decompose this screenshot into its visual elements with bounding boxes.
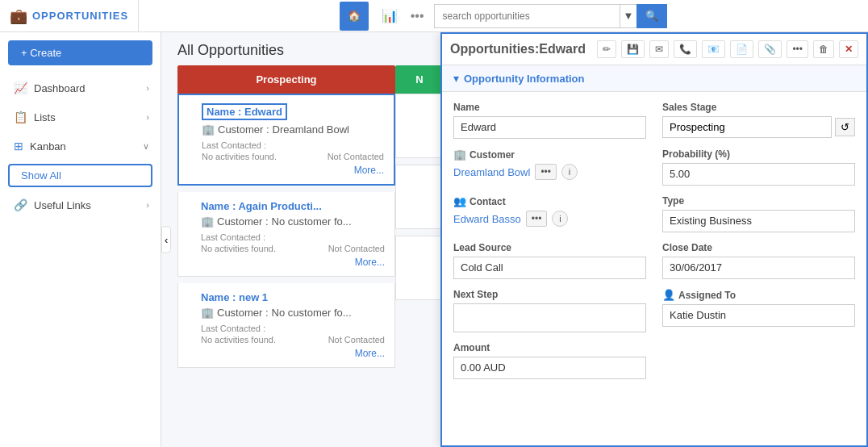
sidebar-item-dashboard[interactable]: 📈 Dashboard › bbox=[0, 73, 161, 102]
kanban-card-again[interactable]: Name : Again Producti... 🏢 Customer : No… bbox=[177, 192, 395, 277]
more-link[interactable]: More... bbox=[189, 165, 384, 176]
next-step-value[interactable] bbox=[453, 303, 646, 332]
field-next-step: Next Step bbox=[453, 289, 646, 332]
amount-label: Amount bbox=[453, 342, 646, 353]
field-type: Type Existing Business bbox=[662, 195, 855, 232]
sales-stage-refresh-button[interactable]: ↺ bbox=[835, 118, 855, 136]
field-close-date: Close Date 30/06/2017 bbox=[662, 242, 855, 279]
sidebar-item-lists[interactable]: 📋 Lists › bbox=[0, 102, 161, 132]
app-title: OPPORTUNITIES bbox=[32, 10, 128, 22]
chevron-right-icon: › bbox=[146, 200, 149, 210]
customer-dots-button[interactable]: ••• bbox=[535, 164, 557, 180]
card-name: Name : Edward bbox=[189, 103, 384, 120]
type-value[interactable]: Existing Business bbox=[662, 210, 855, 232]
lead-source-label: Lead Source bbox=[453, 242, 646, 253]
building-icon: 🏢 bbox=[202, 123, 215, 136]
delete-button[interactable]: 🗑 bbox=[813, 40, 834, 58]
panel-title: Opportunities:Edward bbox=[450, 42, 592, 56]
activity-text: No activities found. bbox=[201, 244, 276, 253]
sales-stage-value[interactable]: Prospecting bbox=[662, 116, 832, 138]
more-actions-button[interactable]: ••• bbox=[787, 40, 808, 58]
create-button[interactable]: + Create bbox=[8, 40, 152, 65]
nav-center: 🏠 📊 ••• ▼ 🔍 bbox=[139, 2, 868, 31]
customer-value: Dreamland Bowl bbox=[273, 123, 349, 136]
home-button[interactable]: 🏠 bbox=[340, 2, 369, 31]
column-header-2: N bbox=[395, 65, 444, 94]
search-button[interactable]: 🔍 bbox=[636, 4, 667, 28]
contact-dots-button[interactable]: ••• bbox=[526, 211, 548, 227]
search-dropdown[interactable]: ▼ bbox=[620, 4, 637, 28]
kanban-card-edward[interactable]: Name : Edward 🏢 Customer : Dreamland Bow… bbox=[177, 94, 395, 186]
probability-value[interactable]: 5.00 bbox=[662, 163, 855, 186]
probability-label: Probability (%) bbox=[662, 148, 855, 160]
compose-button[interactable]: ✉ bbox=[649, 40, 669, 58]
kanban-icon: ⊞ bbox=[14, 140, 23, 152]
card-status: No activities found. Not Contacted bbox=[189, 152, 384, 161]
assigned-to-icon: 👤 bbox=[662, 289, 675, 301]
customer-value: No customer fo... bbox=[272, 307, 352, 319]
last-contacted-label: Last Contacted : bbox=[188, 232, 385, 242]
contact-label: Contact bbox=[469, 196, 506, 207]
link-icon: 🔗 bbox=[14, 198, 27, 211]
sidebar-item-useful-links[interactable]: 🔗 Useful Links › bbox=[0, 190, 161, 219]
close-button[interactable]: ✕ bbox=[839, 40, 858, 58]
card-customer: 🏢 Customer : Dreamland Bowl bbox=[189, 123, 384, 136]
save-button[interactable]: 💾 bbox=[621, 40, 645, 58]
status-text: Not Contacted bbox=[328, 152, 384, 161]
edit-button[interactable]: ✏ bbox=[597, 40, 616, 58]
sidebar-item-kanban[interactable]: ⊞ Kanban ∨ bbox=[0, 132, 161, 161]
contact-link[interactable]: Edward Basso bbox=[453, 213, 521, 225]
assigned-to-label-row: 👤 Assigned To bbox=[662, 289, 855, 301]
field-amount: Amount 0.00 AUD bbox=[453, 342, 646, 379]
status-text: Not Contacted bbox=[328, 244, 385, 253]
opportunity-fields: Name Edward Sales Stage Prospecting ↺ 🏢 … bbox=[442, 92, 866, 389]
email-button[interactable]: 📧 bbox=[702, 40, 725, 58]
type-label: Type bbox=[662, 195, 855, 207]
customer-link[interactable]: Dreamland Bowl bbox=[453, 166, 530, 178]
lead-source-value[interactable]: Cold Call bbox=[453, 257, 646, 279]
assigned-to-label: Assigned To bbox=[678, 290, 736, 301]
sidebar: + Create 📈 Dashboard › 📋 Lists › ⊞ Kanba… bbox=[0, 32, 161, 447]
last-contacted-label: Last Contacted : bbox=[189, 140, 384, 150]
customer-info-button[interactable]: i bbox=[561, 164, 578, 180]
contact-field: Edward Basso ••• i bbox=[453, 211, 646, 227]
customer-icon: 🏢 bbox=[453, 148, 466, 161]
contact-info-button[interactable]: i bbox=[552, 211, 568, 227]
more-link[interactable]: More... bbox=[188, 257, 385, 268]
customer-value: No customer fo... bbox=[272, 215, 352, 228]
last-contacted-label: Last Contacted : bbox=[188, 324, 385, 333]
show-all-button[interactable]: Show All bbox=[8, 164, 152, 187]
chart-button[interactable]: 📊 bbox=[378, 8, 401, 23]
section-title: Opportunity Information bbox=[464, 73, 584, 85]
customer-label: Customer : bbox=[218, 123, 269, 136]
top-nav: 💼 OPPORTUNITIES 🏠 📊 ••• ▼ 🔍 bbox=[0, 0, 868, 32]
status-text: Not Contacted bbox=[328, 335, 385, 345]
search-container: ▼ 🔍 bbox=[434, 4, 668, 28]
attach-button[interactable]: 📎 bbox=[758, 40, 782, 58]
lists-icon: 📋 bbox=[14, 111, 27, 123]
more-nav-dots[interactable]: ••• bbox=[411, 9, 424, 23]
app-icon: 💼 bbox=[10, 7, 27, 25]
card-status: No activities found. Not Contacted bbox=[188, 244, 385, 253]
field-name: Name Edward bbox=[453, 102, 646, 139]
sidebar-collapse-button[interactable]: ‹ bbox=[161, 227, 171, 253]
close-date-label: Close Date bbox=[662, 242, 855, 253]
close-date-value[interactable]: 30/06/2017 bbox=[662, 257, 855, 279]
assigned-to-value[interactable]: Katie Dustin bbox=[662, 304, 855, 327]
phone-button[interactable]: 📞 bbox=[674, 40, 697, 58]
name-value[interactable]: Edward bbox=[453, 116, 646, 139]
card-customer: 🏢 Customer : No customer fo... bbox=[188, 215, 385, 228]
card-customer: 🏢 Customer : No customer fo... bbox=[188, 307, 385, 319]
amount-value[interactable]: 0.00 AUD bbox=[453, 357, 646, 379]
kanban-card-new1[interactable]: Name : new 1 🏢 Customer : No customer fo… bbox=[177, 283, 395, 368]
sidebar-item-label: Lists bbox=[34, 111, 146, 123]
next-step-label: Next Step bbox=[453, 289, 646, 300]
more-link[interactable]: More... bbox=[188, 348, 385, 359]
section-header[interactable]: ▾ Opportunity Information bbox=[442, 65, 866, 92]
customer-label-row: 🏢 Customer bbox=[453, 148, 646, 161]
customer-field: Dreamland Bowl ••• i bbox=[453, 164, 646, 180]
dashboard-icon: 📈 bbox=[14, 81, 27, 94]
sidebar-item-label: Kanban bbox=[30, 140, 143, 152]
search-input[interactable] bbox=[434, 4, 620, 28]
document-button[interactable]: 📄 bbox=[730, 40, 753, 58]
